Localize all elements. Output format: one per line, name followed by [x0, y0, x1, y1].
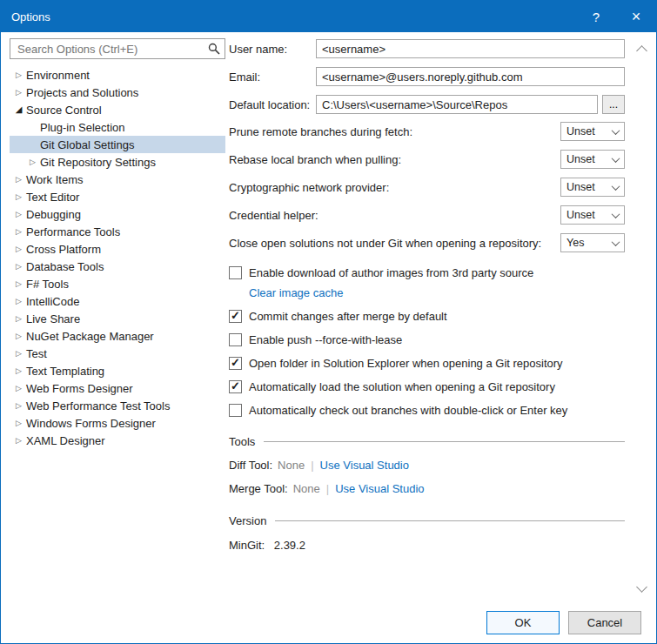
author-images-checkbox[interactable]	[229, 266, 242, 279]
tree-item-text-templating[interactable]: ▷ Text Templating	[10, 362, 225, 379]
tree-item-label: XAML Designer	[26, 434, 105, 447]
checkbox-label: Commit changes after merge by default	[249, 310, 447, 323]
expand-arrow-icon[interactable]: ▷	[11, 258, 26, 275]
expand-arrow-icon[interactable]: ▷	[11, 188, 26, 205]
tree-item-label: Environment	[26, 69, 90, 82]
tree-item-git-repository-settings[interactable]: ▷ Git Repository Settings	[10, 153, 225, 171]
expand-arrow-icon[interactable]: ▷	[11, 66, 26, 84]
expand-arrow-icon[interactable]: ▷	[11, 327, 26, 345]
tree-item-label: Web Performance Test Tools	[26, 399, 170, 413]
tree-item-work-items[interactable]: ▷ Work Items	[10, 171, 225, 188]
tree-item-projects-and-solutions[interactable]: ▷ Projects and Solutions	[10, 84, 225, 101]
commit-after-merge-checkbox[interactable]: ✓	[229, 310, 242, 323]
tree-item-label: Projects and Solutions	[26, 86, 138, 99]
version-section-title: Version	[229, 514, 266, 527]
tree-item-label: Plug-in Selection	[40, 121, 125, 134]
tree-item-windows-forms-designer[interactable]: ▷ Windows Forms Designer	[10, 414, 225, 432]
expand-arrow-icon[interactable]: ▷	[11, 240, 26, 258]
tree-item-web-forms-designer[interactable]: ▷ Web Forms Designer	[10, 379, 225, 397]
mingit-value: 2.39.2	[274, 539, 305, 552]
merge-use-visual-studio-link[interactable]: Use Visual Studio	[335, 482, 424, 495]
tree-item-intellicode[interactable]: ▷ IntelliCode	[10, 292, 225, 310]
expand-arrow-icon[interactable]: ▷	[11, 362, 26, 379]
commit-after-merge-row: ✓ Commit changes after merge by default	[229, 308, 625, 324]
titlebar[interactable]: Options ? ×	[1, 1, 656, 32]
cancel-button[interactable]: Cancel	[568, 611, 641, 634]
help-button[interactable]: ?	[576, 1, 616, 32]
dropdown-settings: Prune remote branches during fetch: Unse…	[229, 122, 625, 252]
expand-arrow-icon[interactable]: ▷	[11, 171, 26, 188]
rebase-pull-dropdown[interactable]: Unset	[560, 150, 625, 169]
expand-arrow-icon[interactable]: ▷	[11, 345, 26, 362]
rebase-pull-label: Rebase local branch when pulling:	[229, 153, 408, 166]
credential-helper-dropdown[interactable]: Unset	[560, 205, 625, 225]
tree-item-label: Work Items	[26, 173, 84, 186]
check-icon: ✓	[231, 380, 240, 392]
prune-fetch-dropdown[interactable]: Unset	[560, 122, 625, 141]
crypto-provider-dropdown[interactable]: Unset	[560, 178, 625, 197]
tree-item-source-control[interactable]: ◢ Source Control	[10, 101, 225, 118]
tree-item-cross-platform[interactable]: ▷ Cross Platform	[10, 240, 225, 258]
tree-item-xaml-designer[interactable]: ▷ XAML Designer	[10, 432, 225, 449]
search-input[interactable]	[16, 42, 208, 57]
section-divider	[264, 441, 625, 442]
tree-item-git-global-settings[interactable]: Git Global Settings	[10, 136, 225, 153]
diff-tool-row: Diff Tool: None | Use Visual Studio	[229, 459, 625, 472]
expand-arrow-icon[interactable]: ▷	[11, 310, 26, 327]
tree-item-database-tools[interactable]: ▷ Database Tools	[10, 258, 225, 275]
tree-item-debugging[interactable]: ▷ Debugging	[10, 205, 225, 223]
expand-arrow-icon[interactable]: ▷	[11, 275, 26, 292]
username-row: User name:	[229, 38, 625, 59]
open-folder-checkbox[interactable]: ✓	[229, 357, 242, 370]
check-icon: ✓	[231, 310, 240, 321]
tree-item-label: Web Forms Designer	[26, 382, 133, 395]
auto-load-solution-checkbox[interactable]: ✓	[229, 380, 242, 393]
expand-arrow-icon[interactable]: ▷	[11, 84, 26, 101]
search-icon[interactable]	[208, 43, 220, 55]
expand-arrow-icon[interactable]: ▷	[11, 414, 26, 432]
tree-item-text-editor[interactable]: ▷ Text Editor	[10, 188, 225, 205]
force-with-lease-checkbox[interactable]	[229, 333, 242, 346]
tree-item-label: Debugging	[26, 208, 81, 221]
tree-item-performance-tools[interactable]: ▷ Performance Tools	[10, 223, 225, 240]
diff-use-visual-studio-link[interactable]: Use Visual Studio	[320, 459, 409, 472]
git-global-settings-panel: User name: Email: Default location: ... …	[225, 38, 649, 601]
search-box[interactable]	[10, 38, 225, 59]
close-solutions-dropdown[interactable]: Yes	[560, 233, 625, 252]
default-location-row: Default location: ...	[229, 94, 625, 115]
scroll-down-icon[interactable]	[636, 581, 647, 593]
chevron-down-icon	[612, 210, 620, 218]
crypto-provider-label: Cryptographic network provider:	[229, 181, 396, 194]
expand-arrow-icon[interactable]: ▷	[11, 379, 26, 397]
expand-arrow-icon[interactable]: ▷	[11, 223, 26, 240]
diff-tool-label: Diff Tool:	[229, 459, 272, 472]
tree-item-plug-in-selection[interactable]: Plug-in Selection	[10, 118, 225, 136]
close-button[interactable]: ×	[616, 1, 656, 32]
expand-arrow-icon[interactable]: ▷	[25, 153, 40, 171]
checkbox-label: Automatically load the solution when ope…	[249, 380, 555, 393]
tree-item-web-performance-test-tools[interactable]: ▷ Web Performance Test Tools	[10, 397, 225, 414]
tree-item-environment[interactable]: ▷ Environment	[10, 66, 225, 84]
collapse-arrow-icon[interactable]: ◢	[11, 101, 26, 118]
tree-item-fsharp-tools[interactable]: ▷ F# Tools	[10, 275, 225, 292]
browse-button[interactable]: ...	[602, 95, 625, 114]
tree-item-live-share[interactable]: ▷ Live Share	[10, 310, 225, 327]
clear-image-cache-link[interactable]: Clear image cache	[249, 286, 343, 299]
expand-arrow-icon[interactable]: ▷	[11, 205, 26, 223]
scroll-up-icon[interactable]	[636, 45, 647, 57]
version-section-header: Version	[229, 514, 625, 527]
tree-item-test[interactable]: ▷ Test	[10, 345, 225, 362]
email-label: Email:	[229, 70, 316, 84]
expand-arrow-icon[interactable]: ▷	[11, 432, 26, 449]
ok-button[interactable]: OK	[486, 611, 560, 634]
expand-arrow-icon[interactable]: ▷	[11, 292, 26, 310]
tree-item-nuget-package-manager[interactable]: ▷ NuGet Package Manager	[10, 327, 225, 345]
default-location-label: Default location:	[229, 98, 316, 111]
username-input[interactable]	[316, 39, 625, 58]
default-location-input[interactable]	[316, 95, 598, 114]
double-click-checkout-checkbox[interactable]	[229, 404, 242, 417]
email-input[interactable]	[316, 67, 625, 86]
tree-item-label: Performance Tools	[26, 225, 120, 238]
expand-arrow-icon[interactable]: ▷	[11, 397, 26, 414]
tree-item-label: Source Control	[26, 104, 102, 117]
